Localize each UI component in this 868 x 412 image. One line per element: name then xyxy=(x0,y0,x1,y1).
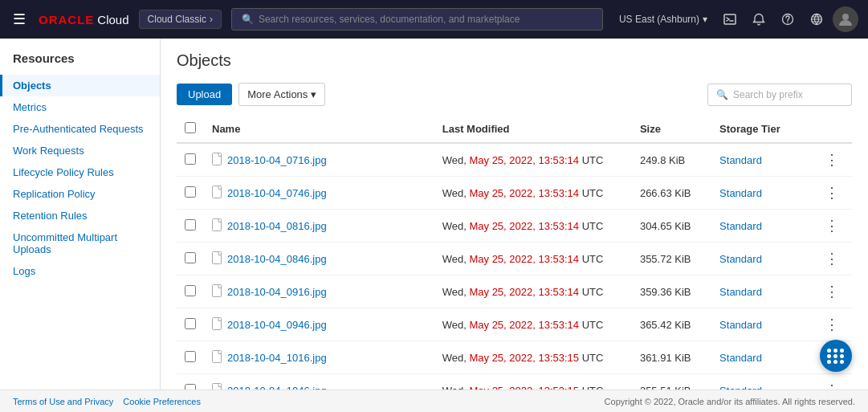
row-size-cell: 266.63 KiB xyxy=(632,177,711,210)
region-pill[interactable]: Cloud Classic › xyxy=(139,10,222,29)
region-selector[interactable]: US East (Ashburn) ▾ xyxy=(613,10,714,28)
date-value: May 25, 2022, 13:53:15 xyxy=(469,352,579,364)
file-link[interactable]: 2018-10-04_0916.jpg xyxy=(212,284,426,300)
help-widget[interactable] xyxy=(820,340,852,372)
notifications-icon-btn[interactable] xyxy=(746,6,772,32)
sidebar-title: Resources xyxy=(0,51,160,75)
sidebar-item-replication-policy[interactable]: Replication Policy xyxy=(0,183,160,205)
help-icon-btn[interactable] xyxy=(775,6,801,32)
date-value: May 25, 2022, 13:53:14 xyxy=(469,253,579,265)
row-actions-menu[interactable]: ⋮ xyxy=(820,281,844,302)
date-suffix: UTC xyxy=(579,187,603,199)
row-modified-cell: Wed, May 25, 2022, 13:53:14 UTC xyxy=(434,210,632,243)
file-link[interactable]: 2018-10-04_0716.jpg xyxy=(212,153,426,168)
row-modified-cell: Wed, May 25, 2022, 13:53:15 UTC xyxy=(434,374,632,390)
row-actions-menu[interactable]: ⋮ xyxy=(820,149,844,170)
row-tier-cell: Standard xyxy=(711,143,812,177)
tier-value[interactable]: Standard xyxy=(719,154,762,166)
row-checkbox[interactable] xyxy=(185,285,196,296)
hamburger-icon[interactable]: ☰ xyxy=(10,7,29,31)
sidebar-item-lifecycle-policy[interactable]: Lifecycle Policy Rules xyxy=(0,161,160,183)
row-checkbox[interactable] xyxy=(185,318,196,329)
row-actions-menu[interactable]: ⋮ xyxy=(820,380,844,390)
user-avatar[interactable] xyxy=(833,6,858,32)
terminal-icon-btn[interactable] xyxy=(717,6,743,32)
row-tier-cell: Standard xyxy=(711,308,812,341)
table-row: 2018-10-04_0916.jpg Wed, May 25, 2022, 1… xyxy=(177,275,852,308)
svg-point-2 xyxy=(787,22,788,22)
tier-value[interactable]: Standard xyxy=(719,385,762,390)
file-name: 2018-10-04_0946.jpg xyxy=(227,319,327,331)
nav-right-controls: US East (Ashburn) ▾ xyxy=(613,6,858,32)
date-prefix: Wed, xyxy=(442,385,470,390)
file-link[interactable]: 2018-10-04_0846.jpg xyxy=(212,251,426,267)
date-suffix: UTC xyxy=(579,220,603,232)
date-prefix: Wed, xyxy=(442,187,470,199)
terms-link[interactable]: Terms of Use and Privacy xyxy=(13,397,113,406)
row-checkbox[interactable] xyxy=(185,186,196,198)
size-value: 249.8 KiB xyxy=(640,154,685,166)
row-checkbox[interactable] xyxy=(185,219,196,230)
search-prefix-input[interactable]: 🔍 Search by prefix xyxy=(707,84,852,106)
date-suffix: UTC xyxy=(579,319,603,331)
row-actions-menu[interactable]: ⋮ xyxy=(820,182,844,203)
tier-value[interactable]: Standard xyxy=(719,319,762,331)
file-link[interactable]: 2018-10-04_0746.jpg xyxy=(212,186,426,201)
sidebar-item-metrics[interactable]: Metrics xyxy=(0,96,160,118)
sidebar-item-pre-auth-requests[interactable]: Pre-Authenticated Requests xyxy=(0,118,160,140)
row-name-cell: 2018-10-04_0846.jpg xyxy=(204,243,434,275)
tier-value[interactable]: Standard xyxy=(719,352,762,364)
row-checkbox[interactable] xyxy=(185,351,196,362)
row-actions-menu[interactable]: ⋮ xyxy=(820,215,844,236)
row-checkbox[interactable] xyxy=(185,384,196,390)
table-row: 2018-10-04_1046.jpg Wed, May 25, 2022, 1… xyxy=(177,374,852,390)
file-name: 2018-10-04_1016.jpg xyxy=(227,352,327,364)
global-search[interactable]: 🔍 Search resources, services, documentat… xyxy=(231,8,603,31)
table-row: 2018-10-04_0946.jpg Wed, May 25, 2022, 1… xyxy=(177,308,852,341)
table-row: 2018-10-04_1016.jpg Wed, May 25, 2022, 1… xyxy=(177,341,852,374)
objects-table: Name Last Modified Size Storage Tier 201… xyxy=(177,116,852,390)
more-actions-button[interactable]: More Actions ▾ xyxy=(238,83,325,106)
date-value: May 25, 2022, 13:53:14 xyxy=(469,286,579,298)
tier-value[interactable]: Standard xyxy=(719,286,762,298)
search-icon: 🔍 xyxy=(716,89,728,100)
select-all-checkbox[interactable] xyxy=(185,122,196,133)
svg-rect-5 xyxy=(213,153,222,165)
row-name-cell: 2018-10-04_0946.jpg xyxy=(204,308,434,341)
file-link[interactable]: 2018-10-04_0816.jpg xyxy=(212,218,426,234)
size-value: 355.51 KiB xyxy=(640,385,691,390)
row-checkbox[interactable] xyxy=(185,153,196,165)
row-actions-cell: ⋮ xyxy=(812,374,852,390)
row-checkbox-cell xyxy=(177,341,204,374)
oracle-wordmark: ORACLE xyxy=(39,13,94,27)
sidebar-item-retention-rules[interactable]: Retention Rules xyxy=(0,205,160,226)
date-suffix: UTC xyxy=(579,154,603,166)
file-link[interactable]: 2018-10-04_1016.jpg xyxy=(212,350,426,365)
row-checkbox-cell xyxy=(177,210,204,243)
row-checkbox[interactable] xyxy=(185,252,196,263)
tier-value[interactable]: Standard xyxy=(719,187,762,199)
footer-links: Terms of Use and Privacy Cookie Preferen… xyxy=(13,397,201,406)
size-value: 304.65 KiB xyxy=(640,220,691,232)
row-actions-menu[interactable]: ⋮ xyxy=(820,248,844,269)
cookie-link[interactable]: Cookie Preferences xyxy=(123,397,201,406)
sidebar-item-objects[interactable]: Objects xyxy=(0,75,160,96)
toolbar: Upload More Actions ▾ 🔍 Search by prefix xyxy=(177,83,852,106)
sidebar-item-work-requests[interactable]: Work Requests xyxy=(0,140,160,161)
date-value: May 25, 2022, 13:53:14 xyxy=(469,319,579,331)
sidebar-item-uncommitted-uploads[interactable]: Uncommitted Multipart Uploads xyxy=(0,226,160,260)
file-icon xyxy=(212,383,222,390)
sidebar-item-logs[interactable]: Logs xyxy=(0,260,160,282)
svg-rect-7 xyxy=(213,218,222,230)
file-link[interactable]: 2018-10-04_1046.jpg xyxy=(212,383,426,390)
date-suffix: UTC xyxy=(579,352,603,364)
row-name-cell: 2018-10-04_0716.jpg xyxy=(204,143,434,177)
tier-value[interactable]: Standard xyxy=(719,253,762,265)
date-suffix: UTC xyxy=(579,286,603,298)
globe-icon-btn[interactable] xyxy=(804,6,829,32)
file-icon xyxy=(212,350,222,365)
row-actions-menu[interactable]: ⋮ xyxy=(820,314,844,335)
tier-value[interactable]: Standard xyxy=(719,220,762,232)
upload-button[interactable]: Upload xyxy=(177,84,232,105)
file-link[interactable]: 2018-10-04_0946.jpg xyxy=(212,317,426,332)
